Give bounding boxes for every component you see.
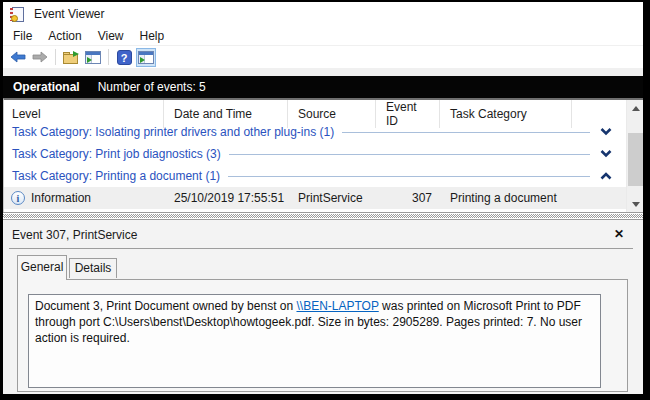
task-category-cell: Printing a document	[440, 191, 572, 205]
column-header-blank	[572, 100, 626, 128]
forward-arrow-icon	[32, 51, 48, 63]
open-saved-log-button[interactable]	[61, 48, 81, 67]
preview-separator	[9, 248, 633, 249]
scroll-up-icon	[632, 106, 640, 111]
preview-title: Event 307, PrintService	[12, 228, 137, 242]
tab-general[interactable]: General	[17, 255, 67, 280]
group-divider-line	[229, 154, 590, 155]
menu-item-action[interactable]: Action	[40, 28, 89, 44]
console-tree-button[interactable]	[83, 48, 103, 67]
event-viewer-app-icon	[10, 7, 25, 22]
scroll-up-button[interactable]	[627, 100, 644, 116]
back-button[interactable]	[8, 48, 28, 67]
event-count: Number of events: 5	[98, 80, 206, 94]
menu-bar: File Action View Help	[3, 26, 643, 45]
menu-item-view[interactable]: View	[90, 28, 132, 44]
log-name: Operational	[13, 80, 80, 94]
event-preview-pane: Event 307, PrintService ✕ General Detail…	[3, 220, 643, 394]
chevron-up-icon[interactable]	[600, 172, 612, 180]
action-pane-toggle-button[interactable]	[136, 48, 156, 67]
menu-item-help[interactable]: Help	[132, 28, 173, 44]
tab-details[interactable]: Details	[69, 258, 117, 278]
level-cell: i Information	[4, 191, 164, 205]
source-cell: PrintService	[288, 191, 376, 205]
event-id-cell: 307	[376, 191, 440, 205]
toolbar-separator	[55, 49, 56, 65]
forward-button[interactable]	[30, 48, 50, 67]
group-label: Task Category: Print job diagnostics (3)	[12, 147, 221, 161]
event-description-box: Document 3, Print Document owned by bens…	[28, 294, 601, 388]
group-label: Task Category: Printing a document (1)	[12, 169, 220, 183]
column-header-source[interactable]: Source	[288, 100, 376, 128]
action-pane-icon	[138, 51, 154, 64]
chevron-down-icon[interactable]	[600, 150, 612, 158]
scroll-down-icon	[632, 202, 640, 207]
group-label: Task Category: Isolating printer drivers…	[12, 125, 334, 139]
list-scrollbar[interactable]	[626, 100, 643, 212]
chevron-down-icon[interactable]	[600, 128, 612, 136]
event-list: Level Date and Time Source Event ID Task…	[3, 98, 643, 212]
event-viewer-window: Event Viewer File Action View Help	[0, 0, 650, 400]
back-arrow-icon	[10, 51, 26, 63]
group-row-print-job-diagnostics[interactable]: Task Category: Print job diagnostics (3)	[4, 143, 626, 165]
group-row-printing-a-document[interactable]: Task Category: Printing a document (1)	[4, 165, 626, 187]
column-header-task-category[interactable]: Task Category	[440, 100, 572, 128]
information-icon: i	[11, 191, 25, 205]
column-header-level[interactable]: Level	[4, 100, 164, 128]
event-row-selected[interactable]: i Information 25/10/2019 17:55:51 PrintS…	[4, 187, 626, 209]
toolbar-separator	[108, 49, 109, 65]
title-bar: Event Viewer	[3, 2, 643, 26]
window-title: Event Viewer	[34, 7, 104, 21]
toolbar: ?	[3, 45, 643, 68]
toolbar-gap	[3, 68, 643, 76]
general-tab-panel: Document 3, Print Document owned by bens…	[17, 279, 628, 392]
description-part1: Document 3, Print Document owned by bens…	[35, 299, 296, 313]
help-button[interactable]: ?	[114, 48, 134, 67]
open-saved-log-icon	[63, 51, 79, 64]
computer-name-link[interactable]: \\BEN-LAPTOP	[296, 299, 378, 313]
close-preview-button[interactable]: ✕	[611, 226, 627, 242]
group-divider-line	[228, 176, 590, 177]
help-icon: ?	[117, 50, 132, 65]
level-label: Information	[31, 191, 91, 205]
column-header-event-id[interactable]: Event ID	[376, 100, 440, 128]
console-tree-icon	[85, 51, 101, 64]
scrollbar-thumb[interactable]	[628, 133, 643, 186]
pane-splitter[interactable]	[3, 212, 643, 220]
event-description: Document 3, Print Document owned by bens…	[35, 298, 594, 346]
date-time-cell: 25/10/2019 17:55:51	[164, 191, 288, 205]
column-header-date-time[interactable]: Date and Time	[164, 100, 288, 128]
scroll-down-button[interactable]	[627, 196, 644, 212]
group-divider-line	[342, 132, 590, 133]
log-header-bar: Operational Number of events: 5	[3, 76, 643, 98]
menu-item-file[interactable]: File	[5, 28, 40, 44]
column-header-row: Level Date and Time Source Event ID Task…	[4, 100, 626, 121]
